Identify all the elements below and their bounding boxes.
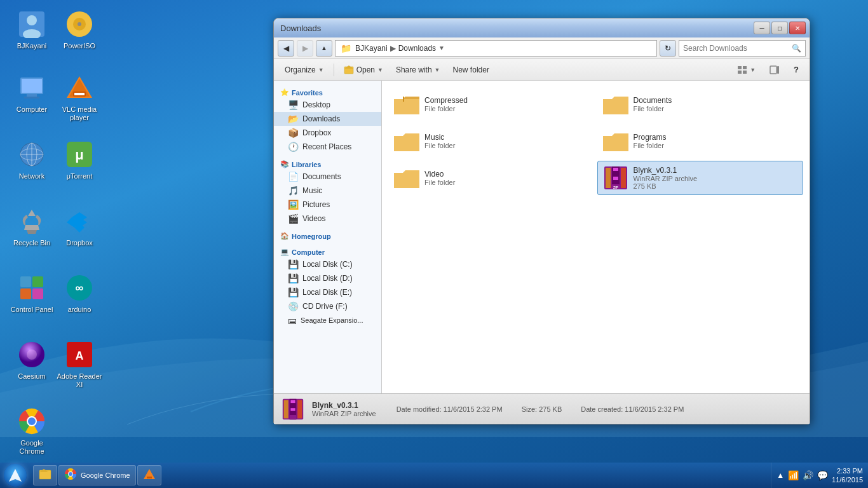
breadcrumb-downloads[interactable]: Downloads <box>398 44 436 53</box>
file-item-programs[interactable]: Programs File folder <box>597 124 804 158</box>
organize-button[interactable]: Organize ▼ <box>279 62 330 78</box>
sidebar-item-videos[interactable]: 🎬 Videos <box>274 212 381 226</box>
preview-pane-button[interactable] <box>764 62 785 78</box>
sidebar-item-local-c[interactable]: 💾 Local Disk (C:) <box>274 257 381 271</box>
sidebar-section-computer[interactable]: 💻 Computer <box>274 245 381 257</box>
folder-music-icon <box>394 128 419 154</box>
desktop-icon-caesium[interactable]: Caesium <box>6 337 57 383</box>
seagate-icon: 🖴 <box>288 315 297 325</box>
svg-rect-43 <box>738 66 742 69</box>
sidebar-item-music[interactable]: 🎵 Music <box>274 184 381 198</box>
desktop-icon-poweriso[interactable]: PowerISO <box>54 6 105 53</box>
search-icon[interactable]: 🔍 <box>792 44 801 53</box>
sidebar-item-downloads[interactable]: 📂 Downloads <box>274 112 381 126</box>
breadcrumb-arrow[interactable]: ▼ <box>438 44 445 51</box>
zip-blynk-icon: ZIP <box>603 165 628 191</box>
desktop-icon-vlc[interactable]: VLC media player <box>54 70 105 125</box>
svg-rect-70 <box>621 168 626 188</box>
search-box: 🔍 <box>679 40 806 57</box>
taskbar-items: Google Chrome <box>31 463 164 488</box>
file-item-blynk[interactable]: ZIP Blynk_v0.3.1 WinRAR ZIP archive 275 … <box>597 161 804 195</box>
sidebar-item-desktop[interactable]: 🖥️ Desktop <box>274 98 381 112</box>
desktop-icon-recycle[interactable]: Recycle Bin <box>6 203 57 250</box>
svg-text:A: A <box>76 349 84 362</box>
view-arrow-icon: ▼ <box>750 67 756 73</box>
organize-arrow-icon: ▼ <box>318 67 324 73</box>
breadcrumb-bjkayani[interactable]: BJKayani <box>355 44 388 53</box>
svg-rect-65 <box>613 177 618 180</box>
tray-clock[interactable]: 2:33 PM 11/6/2015 <box>832 466 863 485</box>
desktop-icon-utorrent[interactable]: μ μTorrent <box>54 137 105 183</box>
desktop-icon-computer[interactable]: Computer <box>6 70 57 116</box>
disk-c-icon: 💾 <box>288 259 299 269</box>
file-item-video[interactable]: Video File folder <box>388 161 595 195</box>
status-date-modified: Date modified: 11/6/2015 2:32 PM <box>397 405 503 413</box>
desktop-icon-network[interactable]: Network <box>6 137 57 183</box>
tray-show-hidden[interactable]: ▲ <box>776 471 784 480</box>
open-arrow-icon: ▼ <box>377 67 383 73</box>
address-path[interactable]: 📁 BJKayani ▶ Downloads ▼ <box>335 40 657 57</box>
help-button[interactable]: ? <box>788 62 804 78</box>
refresh-button[interactable]: ↻ <box>660 40 676 57</box>
svg-rect-30 <box>20 288 31 299</box>
pictures-icon-sidebar: 🖼️ <box>288 200 299 210</box>
homegroup-icon: 🏠 <box>280 232 289 240</box>
sidebar-item-cd-f[interactable]: 💿 CD Drive (F:) <box>274 299 381 313</box>
svg-rect-51 <box>394 99 419 114</box>
svg-rect-78 <box>297 400 302 418</box>
start-button[interactable] <box>4 464 27 487</box>
share-with-button[interactable]: Share with ▼ <box>390 62 446 78</box>
status-bar: Blynk_v0.3.1 WinRAR ZIP archive Date mod… <box>274 393 810 424</box>
file-item-music[interactable]: Music File folder <box>388 124 595 158</box>
taskbar-item-explorer[interactable] <box>33 465 57 485</box>
folder-video-icon <box>394 165 419 191</box>
view-button[interactable]: ▼ <box>731 62 761 78</box>
desktop-icon-googlechrome[interactable]: Google Chrome <box>6 403 57 458</box>
sidebar-item-dropbox[interactable]: 📦 Dropbox <box>274 126 381 140</box>
sidebar-section-homegroup[interactable]: 🏠 Homegroup <box>274 229 381 241</box>
file-info-documents: Documents File folder <box>634 96 672 112</box>
sidebar-item-seagate[interactable]: 🖴 Seagate Expansio... <box>274 313 381 327</box>
svg-rect-44 <box>743 66 747 69</box>
taskbar-tray: ▲ 📶 🔊 💬 2:33 PM 11/6/2015 <box>771 463 868 488</box>
sidebar-section-libraries[interactable]: 📚 Libraries <box>274 158 381 170</box>
sidebar-item-pictures[interactable]: 🖼️ Pictures <box>274 198 381 212</box>
back-button[interactable]: ◀ <box>278 40 294 57</box>
explorer-window: Downloads ─ □ ✕ ◀ ▶ ▲ 📁 BJKayani ▶ Downl… <box>273 18 810 424</box>
file-item-documents[interactable]: Documents File folder <box>597 87 804 121</box>
computer-icon-sidebar: 💻 <box>280 248 289 256</box>
svg-rect-31 <box>32 288 43 299</box>
status-date-created: Date created: 11/6/2015 2:32 PM <box>581 405 684 413</box>
desktop-icon-bjkayani[interactable]: BJKayani <box>6 6 57 53</box>
downloads-icon-sidebar: 📂 <box>288 114 299 124</box>
desktop-icon-controlpanel[interactable]: Control Panel <box>6 270 57 316</box>
svg-rect-77 <box>284 400 288 418</box>
desktop-icon-dropbox[interactable]: Dropbox <box>54 203 105 250</box>
taskbar-item-vlc[interactable] <box>137 465 161 485</box>
status-info: Blynk_v0.3.1 WinRAR ZIP archive <box>312 401 376 417</box>
sidebar-item-local-e[interactable]: 💾 Local Disk (E:) <box>274 285 381 299</box>
sidebar-item-local-d[interactable]: 💾 Local Disk (D:) <box>274 271 381 285</box>
sidebar-item-documents[interactable]: 📄 Documents <box>274 170 381 184</box>
taskbar: Google Chrome ▲ 📶 🔊 💬 2:33 PM 11/6/2015 <box>0 463 868 488</box>
tray-notification-icon: 💬 <box>817 470 828 480</box>
file-item-compressed[interactable]: Compressed File folder <box>388 87 595 121</box>
open-button[interactable]: Open ▼ <box>338 62 389 78</box>
forward-button[interactable]: ▶ <box>297 40 313 57</box>
desktop-icon-arduino[interactable]: ∞ arduino <box>54 270 105 316</box>
desktop-icon-adobereader[interactable]: A Adobe Reader XI <box>54 337 105 391</box>
status-file-icon <box>281 398 304 421</box>
svg-rect-75 <box>290 408 295 411</box>
taskbar-item-chrome[interactable]: Google Chrome <box>58 465 136 485</box>
chrome-taskbar-icon <box>64 468 77 483</box>
up-button[interactable]: ▲ <box>316 40 332 57</box>
sidebar-section-favorites[interactable]: ⭐ Favorites <box>274 86 381 98</box>
close-button[interactable]: ✕ <box>789 22 806 34</box>
tray-network-icon: 📶 <box>788 470 799 480</box>
maximize-button[interactable]: □ <box>771 22 788 34</box>
breadcrumb-separator: ▶ <box>390 44 396 53</box>
new-folder-button[interactable]: New folder <box>447 62 495 78</box>
search-input[interactable] <box>683 44 789 53</box>
minimize-button[interactable]: ─ <box>754 22 770 34</box>
sidebar-item-recentplaces[interactable]: 🕐 Recent Places <box>274 140 381 154</box>
